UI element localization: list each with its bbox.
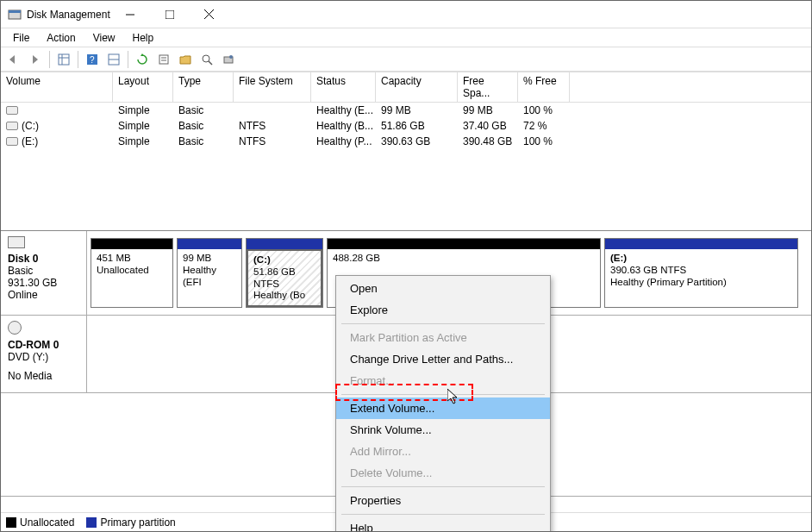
cell: Healthy (B... — [311, 118, 376, 134]
col-status[interactable]: Status — [311, 72, 376, 102]
title-bar: Disk Management — [1, 1, 811, 28]
volume-icon — [6, 137, 18, 146]
cell: NTFS — [234, 118, 311, 134]
disk-header[interactable]: Disk 0 Basic 931.30 GB Online — [1, 231, 87, 315]
menu-shrink-volume[interactable]: Shrink Volume... — [336, 419, 550, 441]
menu-separator — [341, 323, 545, 324]
menu-extend-volume[interactable]: Extend Volume... — [336, 397, 550, 419]
cell: 390.48 GB — [458, 134, 518, 149]
cell: 100 % — [518, 103, 570, 118]
legend-primary: Primary partition — [86, 516, 175, 529]
maximize-button[interactable] — [150, 2, 190, 28]
cell: (C:) — [22, 120, 39, 132]
svg-point-16 — [203, 55, 209, 62]
svg-rect-1 — [9, 10, 21, 13]
menu-view[interactable]: View — [84, 30, 124, 46]
svg-rect-3 — [166, 10, 174, 19]
col-capacity[interactable]: Capacity — [376, 72, 458, 102]
menu-action[interactable]: Action — [38, 30, 84, 46]
settings-icon[interactable] — [104, 50, 123, 69]
cell: Healthy (E... — [311, 103, 376, 118]
partition-color — [178, 239, 241, 249]
partition-status: Unallocated — [97, 265, 167, 277]
svg-rect-13 — [159, 55, 168, 64]
col-layout[interactable]: Layout — [113, 72, 173, 102]
cell: Simple — [113, 118, 173, 134]
col-type[interactable]: Type — [173, 72, 234, 102]
rescan-icon[interactable] — [219, 50, 238, 69]
partition-color — [247, 239, 322, 249]
disk-icon — [8, 236, 25, 248]
cdrom-title: CD-ROM 0 — [8, 339, 79, 351]
cell: Healthy (P... — [311, 134, 376, 149]
disk-title: Disk 0 — [8, 253, 79, 265]
col-free[interactable]: Free Spa... — [458, 72, 518, 102]
cell: 72 % — [518, 118, 570, 134]
forward-button[interactable] — [26, 50, 45, 69]
menu-mark-active: Mark Partition as Active — [336, 327, 550, 348]
menu-help[interactable]: Help — [124, 30, 163, 46]
cell: 51.86 GB — [376, 118, 458, 134]
col-volume[interactable]: Volume — [1, 72, 113, 102]
partition-status: Healthy (Primary Partition) — [610, 277, 792, 289]
separator — [78, 51, 78, 68]
menu-explore[interactable]: Explore — [336, 299, 550, 321]
cdrom-header[interactable]: CD-ROM 0 DVD (Y:) No Media — [1, 316, 87, 392]
refresh-icon[interactable] — [133, 50, 152, 69]
partition-e[interactable]: (E:)390.63 GB NTFSHealthy (Primary Parti… — [604, 238, 798, 308]
cursor-icon — [447, 389, 459, 407]
cell: NTFS — [234, 134, 311, 149]
cell: (E:) — [22, 135, 38, 147]
partition-unallocated[interactable]: 451 MBUnallocated — [91, 238, 173, 308]
partition-c-selected[interactable]: (C:)51.86 GB NTFSHealthy (Bo — [246, 238, 323, 308]
window-buttons — [110, 2, 229, 28]
cell: 99 MB — [458, 103, 518, 118]
disk-size: 931.30 GB — [8, 277, 79, 289]
menu-properties[interactable]: Properties — [336, 490, 550, 511]
close-button[interactable] — [190, 2, 229, 28]
legend-unallocated: Unallocated — [6, 516, 74, 529]
partition-letter: (C:) — [253, 254, 271, 265]
separator — [49, 51, 50, 68]
help-icon[interactable]: ? — [83, 50, 102, 69]
table-row[interactable]: (C:) Simple Basic NTFS Healthy (B... 51.… — [1, 118, 811, 134]
table-row[interactable]: Simple Basic Healthy (E... 99 MB 99 MB 1… — [1, 103, 811, 118]
volume-icon — [6, 122, 18, 130]
partition-status: Healthy (Bo — [253, 290, 315, 302]
open-icon[interactable] — [176, 50, 195, 69]
cell: 37.40 GB — [458, 118, 518, 134]
menu-separator — [341, 394, 545, 395]
menu-file[interactable]: File — [4, 30, 38, 46]
cell: Simple — [113, 134, 173, 149]
cell: Simple — [113, 103, 173, 118]
menu-help[interactable]: Help — [336, 517, 550, 532]
menu-open[interactable]: Open — [336, 278, 550, 299]
cell: 100 % — [518, 134, 570, 149]
svg-text:?: ? — [90, 55, 95, 65]
minimize-button[interactable] — [110, 2, 150, 28]
cell: Basic — [173, 103, 234, 118]
col-pctfree[interactable]: % Free — [518, 72, 570, 102]
partition-size: 451 MB — [97, 253, 167, 265]
properties-icon[interactable] — [154, 50, 173, 69]
cell: 390.63 GB — [376, 134, 458, 149]
col-filesystem[interactable]: File System — [234, 72, 311, 102]
view-list-icon[interactable] — [54, 50, 73, 69]
partition-size: 488.28 GB — [333, 253, 595, 265]
menu-separator — [341, 486, 545, 487]
volume-list: Volume Layout Type File System Status Ca… — [1, 72, 811, 227]
menu-separator — [341, 514, 545, 515]
partition-status: Healthy (EFI — [183, 265, 236, 289]
table-row[interactable]: (E:) Simple Basic NTFS Healthy (P... 390… — [1, 134, 811, 149]
partition-efi[interactable]: 99 MBHealthy (EFI — [177, 238, 242, 308]
disk-type: Basic — [8, 265, 79, 277]
menu-bar: File Action View Help — [1, 28, 811, 47]
svg-line-17 — [209, 61, 212, 65]
back-button[interactable] — [4, 50, 23, 69]
menu-add-mirror: Add Mirror... — [336, 441, 550, 462]
partition-color — [328, 239, 600, 249]
separator — [128, 51, 128, 68]
find-icon[interactable] — [197, 50, 216, 69]
menu-change-letter[interactable]: Change Drive Letter and Paths... — [336, 348, 550, 370]
app-icon — [8, 8, 22, 22]
